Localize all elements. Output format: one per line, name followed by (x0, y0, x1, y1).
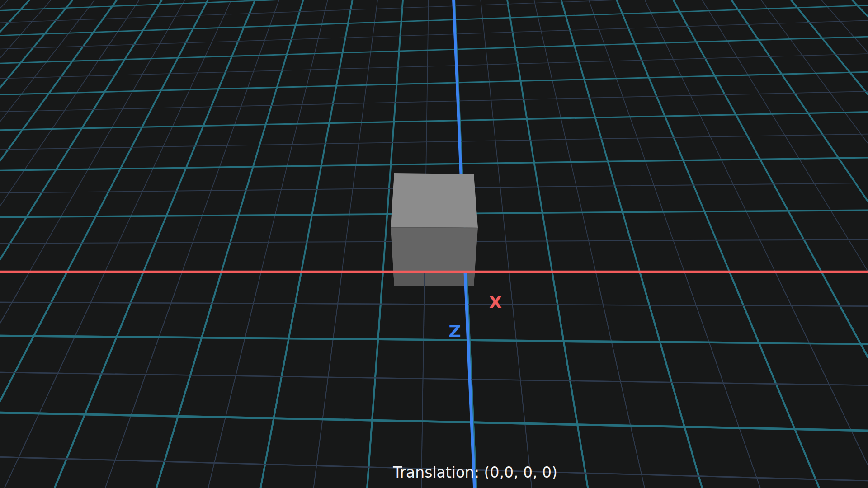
3d-viewport[interactable]: Z X Translation: (0,0, 0, 0) (0, 0, 868, 488)
grid-line-major (0, 158, 868, 171)
grid-line-major (0, 112, 868, 130)
grid-line-minor (0, 134, 868, 150)
cube-front-lower-face (393, 272, 475, 286)
grid-line-minor (0, 0, 51, 488)
cube-top-face (391, 173, 478, 228)
grid-line-major (852, 0, 868, 488)
grid-line-minor (0, 20, 868, 49)
grid-line-major (0, 0, 29, 488)
translation-readout: Translation: (0,0, 0, 0) (393, 464, 557, 481)
cube (391, 173, 478, 286)
z-axis-line-far (453, 0, 461, 174)
grid-line-major (0, 5, 868, 36)
grid-line-minor (0, 91, 868, 112)
scene-canvas (0, 0, 868, 488)
cube-front-top-edge (391, 228, 478, 228)
grid-line-minor (0, 0, 868, 23)
grid-line-minor (0, 0, 8, 488)
x-axis-label: X (489, 294, 502, 311)
grid-line-major (0, 72, 868, 94)
